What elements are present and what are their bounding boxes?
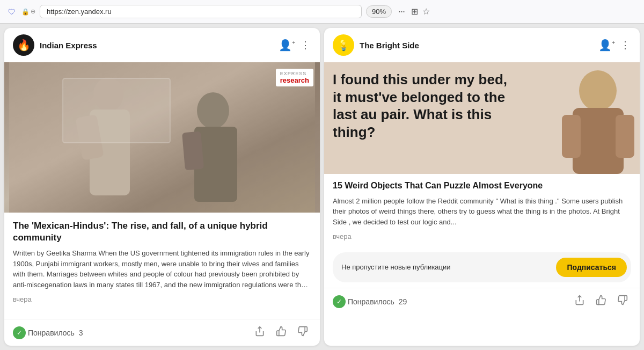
express-logo: EXPRESS research [276, 69, 313, 86]
right-header-actions: 👤+ ⋮ [598, 38, 631, 52]
left-like-icon: ✓ [13, 326, 26, 339]
meme-text: I found this under my bed, it must've be… [333, 71, 512, 141]
zoom-level: 90% [366, 5, 392, 18]
browser-toolbar: 🛡 🔒 ⊕ https://zen.yandex.ru 90% ··· ⊞ ☆ [0, 0, 644, 24]
right-card-image-container[interactable]: I found this under my bed, it must've be… [324, 62, 640, 174]
shield-icon: 🛡 [6, 6, 17, 17]
meme-person-figure [557, 69, 640, 174]
right-timestamp: вчера [333, 232, 631, 240]
left-channel-name: Indian Express [40, 41, 273, 50]
left-likes-label: Понравилось [28, 329, 75, 337]
left-card-image-container[interactable]: EXPRESS research [4, 62, 320, 213]
meme-image: I found this under my bed, it must've be… [324, 62, 640, 174]
star-icon[interactable]: ☆ [422, 6, 430, 17]
left-likes-count: 3 [77, 329, 83, 337]
right-share-icon[interactable] [571, 294, 588, 309]
left-article-card: 🔥 Indian Express 👤+ ⋮ [4, 28, 320, 346]
photo-background: EXPRESS research [4, 62, 320, 213]
right-likes-count: 29 [397, 297, 407, 306]
left-menu-button[interactable]: ⋮ [299, 38, 311, 52]
left-subscribe-icon[interactable]: 👤+ [279, 39, 295, 52]
vintage-photo-svg [4, 62, 320, 213]
left-thumbs-up-icon[interactable] [273, 325, 290, 340]
left-card-footer: ✓ Понравилось 3 [4, 319, 320, 346]
address-bar[interactable]: https://zen.yandex.ru [40, 5, 362, 18]
right-article-excerpt: Almost 2 million people follow the Reddi… [333, 196, 631, 228]
svg-point-10 [579, 70, 617, 111]
right-channel-name: The Bright Side [360, 41, 593, 50]
right-thumbs-up-icon[interactable] [592, 294, 610, 309]
subscribe-text: Не пропустите новые публикации [341, 263, 451, 272]
right-card-body: 15 Weird Objects That Can Puzzle Almost … [324, 174, 640, 247]
right-card-header: 💡 The Bright Side 👤+ ⋮ [324, 28, 640, 62]
right-article-title[interactable]: 15 Weird Objects That Can Puzzle Almost … [333, 180, 631, 192]
browser-menu[interactable]: ··· [396, 6, 407, 17]
left-header-actions: 👤+ ⋮ [279, 38, 311, 52]
left-like-button[interactable]: ✓ Понравилось 3 [13, 326, 83, 339]
right-card-footer: ✓ Понравилось 29 [324, 288, 640, 315]
right-like-icon: ✓ [333, 295, 346, 308]
right-article-card: 💡 The Bright Side 👤+ ⋮ I found this unde… [324, 28, 640, 346]
svg-rect-13 [616, 115, 634, 158]
left-card-body: The 'Mexican-Hindus': The rise, and fall… [4, 213, 320, 319]
pocket-icon[interactable]: ⊞ [411, 6, 418, 17]
right-likes-label: Понравилось [348, 297, 394, 306]
subscribe-banner: Не пропустите новые публикации Подписать… [333, 252, 631, 282]
content-area: 🔥 Indian Express 👤+ ⋮ [0, 24, 644, 350]
right-thumbs-down-icon[interactable] [614, 294, 631, 309]
left-card-header: 🔥 Indian Express 👤+ ⋮ [4, 28, 320, 62]
lock-icon: 🔒 ⊕ [21, 8, 35, 16]
left-channel-avatar: 🔥 [13, 34, 34, 56]
svg-rect-12 [562, 115, 581, 158]
right-subscribe-icon[interactable]: 👤+ [598, 39, 615, 52]
left-article-title[interactable]: The 'Mexican-Hindus': The rise, and fall… [13, 220, 311, 244]
left-thumbs-down-icon[interactable] [294, 325, 311, 340]
subscribe-button[interactable]: Подписаться [556, 258, 627, 277]
left-card-image: EXPRESS research [4, 62, 320, 213]
left-article-excerpt: Written by Geetika Sharma When the US go… [13, 248, 311, 290]
right-like-button[interactable]: ✓ Понравилось 29 [333, 295, 407, 308]
svg-rect-9 [9, 62, 315, 213]
right-channel-avatar: 💡 [333, 34, 354, 56]
right-menu-button[interactable]: ⋮ [619, 38, 631, 52]
left-timestamp: вчера [13, 295, 311, 303]
left-share-icon[interactable] [251, 325, 268, 340]
